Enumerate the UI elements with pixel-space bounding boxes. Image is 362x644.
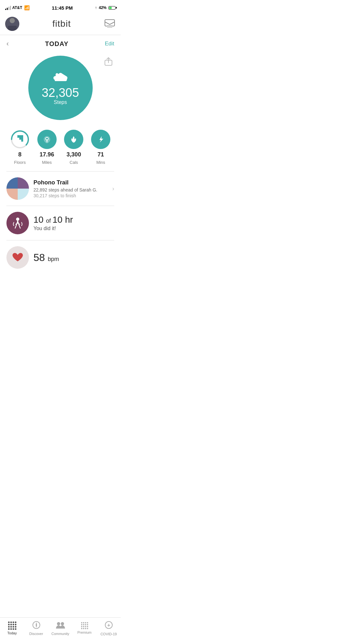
- move-of: of: [46, 218, 52, 224]
- share-svg: [104, 57, 113, 66]
- floors-ring: [10, 130, 30, 149]
- stat-miles[interactable]: 17.96 Miles: [37, 130, 57, 165]
- status-time: 11:45 PM: [52, 5, 73, 11]
- signal-bar-1: [5, 9, 6, 10]
- mins-icon-circle: [91, 130, 110, 149]
- page-header: ‹ TODAY Edit: [0, 35, 121, 52]
- inbox-svg: [105, 19, 115, 28]
- cals-value: 3,300: [67, 152, 81, 157]
- location-icon: ↑: [95, 5, 97, 10]
- floors-value: 8: [18, 152, 22, 157]
- steps-section: 32,305 Steps: [6, 52, 114, 126]
- move-unit: hr: [65, 215, 73, 225]
- signal-bar-4: [10, 6, 11, 10]
- steps-label: Steps: [54, 99, 67, 105]
- user-avatar[interactable]: [5, 17, 19, 31]
- main-content: 32,305 Steps 8: [0, 52, 121, 275]
- svg-point-1: [10, 18, 15, 23]
- miles-value: 17.96: [40, 152, 54, 157]
- heart-svg: [12, 252, 23, 263]
- status-bar: AT&T 📶 11:45 PM ↑ 42%: [0, 0, 121, 14]
- move-icon-svg: [11, 217, 24, 229]
- miles-svg: [42, 135, 51, 144]
- bpm-unit: bpm: [48, 256, 59, 262]
- trail-sub1: 22,892 steps ahead of Sarah G.: [33, 187, 108, 192]
- battery-fill: [109, 7, 112, 9]
- stat-cals[interactable]: 3,300 Cals: [64, 130, 83, 165]
- cals-icon-circle: [64, 130, 83, 149]
- status-left: AT&T 📶: [5, 5, 30, 10]
- move-sub: You did it!: [33, 226, 73, 231]
- thumb-4: [18, 189, 29, 200]
- move-hours: 10 of 10 hr: [33, 215, 73, 225]
- move-info: 10 of 10 hr You did it!: [33, 215, 73, 231]
- bpm-number: 58: [33, 252, 45, 263]
- steps-circle[interactable]: 32,305 Steps: [28, 56, 93, 120]
- thumb-2: [18, 177, 29, 189]
- trail-card[interactable]: Pohono Trail 22,892 steps ahead of Sarah…: [6, 172, 114, 206]
- miles-unit: Miles: [42, 160, 51, 165]
- cals-unit: Cals: [70, 160, 78, 165]
- app-title: fitbit: [52, 19, 71, 29]
- lightning-svg: [96, 135, 105, 144]
- steps-count: 32,305: [42, 87, 79, 99]
- inbox-button[interactable]: [104, 18, 116, 30]
- move-circle: [6, 212, 29, 234]
- page-title: TODAY: [45, 40, 69, 48]
- thumb-1: [6, 177, 18, 189]
- heart-circle: [6, 246, 29, 269]
- trail-chevron: ›: [112, 185, 114, 192]
- mins-value: 71: [97, 152, 104, 157]
- floors-unit: Floors: [14, 160, 26, 165]
- edit-button[interactable]: Edit: [105, 41, 114, 47]
- thumb-3: [6, 189, 18, 200]
- stats-row: 8 Floors 17.96 Miles 3,30: [6, 126, 114, 172]
- trail-title: Pohono Trail: [33, 179, 108, 186]
- battery-indicator: [108, 6, 116, 10]
- svg-rect-2: [8, 26, 17, 31]
- signal-bar-3: [8, 7, 9, 10]
- battery-percent: 42%: [99, 5, 107, 10]
- battery-body: [108, 6, 116, 10]
- share-button[interactable]: [103, 56, 114, 67]
- heart-card[interactable]: 58 bpm: [6, 240, 114, 275]
- move-card[interactable]: 10 of 10 hr You did it!: [6, 206, 114, 240]
- mins-unit: Mins: [96, 160, 105, 165]
- avatar-placeholder: [5, 17, 19, 31]
- flame-svg: [69, 135, 78, 144]
- status-right: ↑ 42%: [95, 5, 116, 10]
- heart-bpm-value: 58 bpm: [33, 252, 59, 263]
- carrier-label: AT&T: [12, 5, 22, 10]
- signal-bars: [5, 5, 11, 10]
- shoe-icon: [53, 71, 68, 85]
- trail-info: Pohono Trail 22,892 steps ahead of Sarah…: [33, 179, 108, 198]
- shoe-svg: [53, 71, 68, 82]
- stat-mins[interactable]: 71 Mins: [91, 130, 110, 165]
- signal-bar-2: [7, 8, 8, 10]
- avatar-svg: [5, 17, 19, 31]
- move-hours-value: 10: [33, 215, 43, 225]
- wifi-icon: 📶: [24, 5, 30, 10]
- stat-floors[interactable]: 8 Floors: [10, 130, 30, 165]
- floors-icon: [16, 135, 24, 144]
- app-header: fitbit: [0, 14, 121, 35]
- trail-sub2: 30,217 steps to finish: [33, 193, 108, 198]
- miles-icon-circle: [37, 130, 57, 149]
- stairs-svg: [16, 135, 24, 142]
- back-button[interactable]: ‹: [6, 40, 9, 48]
- heart-info: 58 bpm: [33, 252, 59, 264]
- svg-point-11: [16, 218, 19, 221]
- move-total: 10: [52, 215, 62, 225]
- trail-thumb: [6, 177, 29, 200]
